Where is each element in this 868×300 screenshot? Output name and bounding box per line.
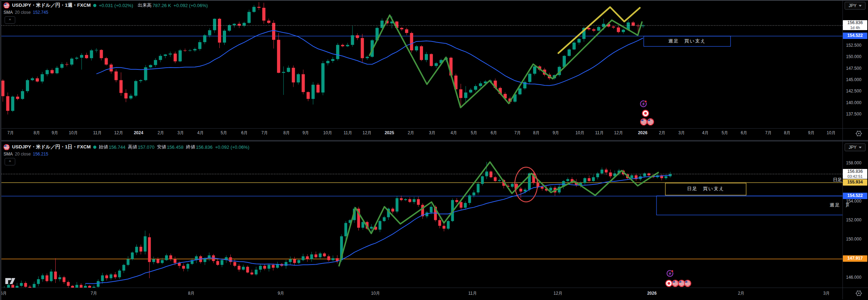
svg-text:2月: 2月 [158,130,164,135]
weekly-currency-selector[interactable]: JPY [845,2,866,10]
daily-plot [0,162,843,291]
svg-text:2月: 2月 [659,130,666,135]
high-label: 高値 [128,144,137,150]
svg-text:12月: 12月 [114,130,123,135]
svg-text:4月: 4月 [197,130,204,135]
weekly-sma-row: SMA 20 close 152.745 [4,10,48,15]
weekly-countdown: 1d 4h [850,26,860,30]
svg-text:9月: 9月 [52,130,58,135]
svg-text:11月: 11月 [468,291,477,296]
low-value: 156.458 [167,145,184,150]
candles [3,162,672,291]
svg-text:2月: 2月 [738,291,745,296]
svg-text:3月: 3月 [678,130,685,135]
tradingview-logo-icon[interactable] [5,277,17,286]
svg-text:8月: 8月 [34,130,40,135]
svg-text:6月: 6月 [241,130,248,135]
market-status-icon [93,4,96,7]
axis-settings-gear-icon[interactable] [856,290,862,296]
svg-text:10月: 10月 [69,130,78,135]
sma-label[interactable]: SMA [4,152,13,157]
daily-line-label[interactable]: 日足 [830,177,842,183]
symbol-flag-icon [4,144,10,150]
daily-last-price-badge: 156.83603:42:51 [843,169,867,179]
svg-text:11月: 11月 [595,130,604,135]
sma-20-line [85,175,670,284]
red-circle-annotation [515,167,537,202]
weekly-zone-clipped-label[interactable]: 週足 買い支え [830,202,849,208]
window-top-edge [0,0,868,1]
svg-text:3月: 3月 [429,130,436,135]
trading-chart-window: 157.500152.500150.000147.500145.000142.5… [0,0,868,300]
svg-text:10月: 10月 [575,130,584,135]
open-label: 始値 [99,144,108,150]
svg-text:145.000: 145.000 [846,77,862,82]
daily-buy-support-zone-label[interactable]: 日足 買い支え [665,186,746,192]
svg-text:4月: 4月 [702,130,709,135]
daily-symbol-title[interactable]: USDJPY・米ドル／円・1日・FXCM [12,144,91,150]
svg-text:10月: 10月 [827,130,835,135]
svg-text:12月: 12月 [362,130,371,135]
weekly-change: +0.031 (+0.02%) [99,3,133,8]
weekly-last-price-badge: 156.8361d 4h [843,20,867,30]
low-label: 安値 [157,144,166,150]
weekly-symbol-title[interactable]: USDJPY・米ドル／円・1週・FXCM [12,2,91,9]
svg-text:146.000: 146.000 [846,275,862,280]
svg-text:150.000: 150.000 [846,54,862,59]
weekly-support-price-badge: 154.522 [843,193,867,199]
chevron-down-icon [859,147,862,148]
svg-text:5月: 5月 [471,130,478,135]
svg-text:6月: 6月 [491,130,497,135]
svg-text:6月: 6月 [741,130,748,135]
svg-text:9月: 9月 [303,130,309,135]
svg-text:8月: 8月 [283,130,290,135]
sma-label[interactable]: SMA [4,10,13,15]
svg-text:7月: 7月 [765,130,772,135]
currency-label: JPY [849,145,856,150]
svg-text:152.000: 152.000 [846,217,862,222]
svg-text:137.500: 137.500 [846,112,862,117]
daily-collapse-button[interactable]: ^ [5,158,15,165]
svg-text:5月: 5月 [221,130,227,135]
svg-text:2026: 2026 [638,130,648,135]
weekly-buy-support-zone-label[interactable]: 週足 買い支え [644,38,731,44]
svg-text:2025: 2025 [385,130,394,135]
support-zone-box [656,196,843,215]
high-value: 157.070 [138,145,154,150]
daily-support-price-badge: 155.934 [843,179,867,186]
svg-text:9月: 9月 [553,130,559,135]
window-left-edge [0,0,1,300]
weekly-collapse-button[interactable]: ^ [5,16,15,24]
lower-support-price-badge: 147.917 [843,255,867,262]
svg-text:12月: 12月 [614,130,623,135]
daily-change: +0.092 (+0.06%) [215,145,249,150]
svg-text:7月: 7月 [7,130,14,135]
svg-text:3月: 3月 [177,130,184,135]
svg-text:7月: 7月 [91,291,97,296]
sma-20-line [96,30,643,86]
daily-sma-row: SMA 20 close 156.215 [4,152,48,157]
sma-params: 20 close [15,10,31,15]
daily-currency-selector[interactable]: JPY [845,143,866,151]
weekly-change-2: +0.092 (+0.06%) [174,3,208,8]
svg-text:7月: 7月 [261,130,268,135]
sma-params: 20 close [15,152,31,157]
svg-text:158.000: 158.000 [846,160,862,165]
sma-value: 152.745 [33,10,48,15]
axis-settings-gear-icon[interactable] [856,131,862,136]
svg-text:10月: 10月 [371,291,380,296]
volume-value: 787.26 K [153,3,171,8]
candles [1,2,645,114]
close-value: 156.836 [196,145,213,150]
svg-text:12月: 12月 [553,291,562,296]
volume-label: 出来高 [138,2,152,9]
daily-countdown: 03:42:51 [847,174,863,179]
svg-text:11月: 11月 [93,130,102,135]
svg-text:8月: 8月 [188,291,195,296]
svg-text:2026: 2026 [647,291,657,296]
svg-text:4月: 4月 [451,130,457,135]
daily-legend: USDJPY・米ドル／円・1日・FXCM 始値 156.744 高値 157.0… [4,144,249,150]
weekly-plot [0,2,842,125]
svg-text:3月: 3月 [823,291,830,296]
close-label: 終値 [186,144,195,150]
